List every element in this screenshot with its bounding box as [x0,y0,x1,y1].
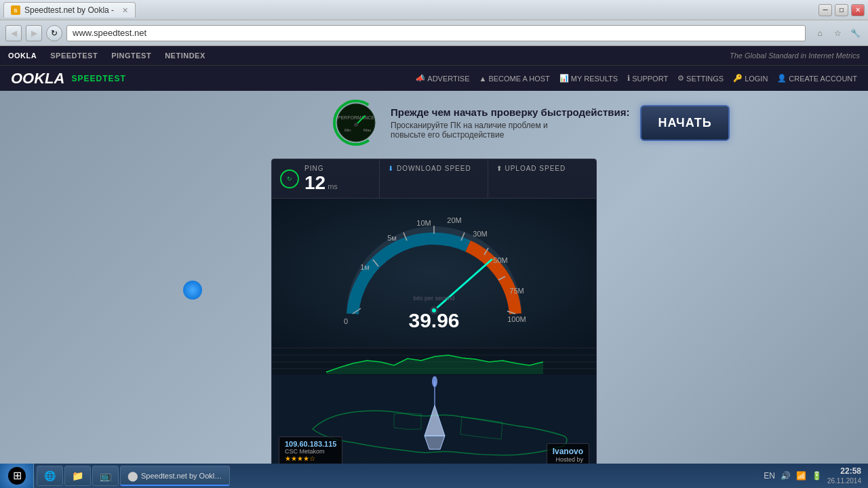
svg-text:bits per second: bits per second [413,295,454,302]
url-input[interactable]: www.speedtest.net [66,25,806,41]
address-bar: ◀ ▶ ↻ www.speedtest.net ⌂ ☆ 🔧 [0,20,868,46]
my-results-link[interactable]: 📊 MY RESULTS [559,74,618,83]
support-link[interactable]: ℹ SUPPORT [627,74,668,83]
nav-ookla[interactable]: OOKLA [8,52,37,60]
title-bar: S Speedtest.net by Ookla - ✕ ─ □ ✕ [0,0,868,20]
support-icon: ℹ [627,74,630,83]
nav-pingtest[interactable]: PINGTEST [111,52,151,60]
create-account-icon: 👤 [777,74,787,83]
become-host-link[interactable]: ▲ BECOME A HOST [479,75,549,83]
windows-start-button[interactable]: ⊞ [0,464,34,488]
explorer-icon: 📁 [72,470,83,481]
settings-icon: ⚙ [677,74,684,83]
ping-value: 12 [304,174,326,192]
ie-app[interactable]: 🌐 [37,466,63,486]
tray-time-value: 22:58 [827,466,861,477]
advertise-link[interactable]: 📣 ADVERTISE [416,74,469,83]
maximize-button[interactable]: □ [835,4,848,16]
svg-text:50M: 50M [493,256,507,264]
close-button[interactable]: ✕ [851,4,865,16]
tools-icon[interactable]: 🔧 [848,26,863,41]
svg-text:0: 0 [344,317,348,325]
header-links: 📣 ADVERTISE ▲ BECOME A HOST 📊 MY RESULTS… [416,74,857,83]
taskbar-apps: 🌐 📁 📺 ⬤ Speedtest.net by Ookla - [34,466,757,486]
logo-speedtest: SPEEDTEST [71,74,125,83]
login-icon: 🔑 [733,74,743,83]
battery-icon: 🔋 [812,471,822,481]
back-button[interactable]: ◀ [5,25,22,41]
promo-title: Прежде чем начать проверку быстродействи… [391,106,629,118]
nav-netindex[interactable]: NETINDEX [165,52,205,60]
star-icon[interactable]: ☆ [830,26,845,41]
speedometer-svg: 0 1м 5м 10M 20M 30M 50M 75M 100M bits pe… [332,205,536,341]
network-icon: 📶 [796,471,806,481]
chrome-title: Speedtest.net by Ookla - [141,472,222,480]
site-tagline: The Global Standard in Internet Metrics [730,52,860,60]
taskbar-tray: EN 🔊 📶 🔋 22:58 26.11.2014 [757,466,868,486]
gauge-area: 0 1м 5м 10M 20M 30M 50M 75M 100M bits pe… [272,199,596,348]
nav-speedtest[interactable]: SPEEDTEST [50,52,98,60]
graph-svg [272,348,596,375]
ie-icon: 🌐 [44,470,56,481]
svg-text:PERFORMANCE: PERFORMANCE [338,115,375,120]
volume-icon: 🔊 [781,471,791,481]
lang-indicator: EN [764,471,775,481]
svg-text:10M: 10M [416,219,431,227]
isp-name: CSC Metakom [285,448,336,455]
main-header: OOKLA SPEEDTEST 📣 ADVERTISE ▲ BECOME A H… [0,65,868,91]
widget-header: ↻ PING 12 ms ⬇ DOWNLOAD SPEED [272,159,596,199]
upload-label: ⬆ UPLOAD SPEED [496,165,588,172]
svg-point-37 [432,376,437,387]
cursor-indicator [183,281,202,300]
logo-ookla: OOKLA [11,70,64,87]
promo-banner: PERFORMANCE Min Max Прежде чем начать пр… [332,99,730,146]
taskbar: ⊞ 🌐 📁 📺 ⬤ Speedtest.net by Ookla - EN 🔊 … [0,464,868,488]
settings-label: SETTINGS [686,75,724,83]
my-results-label: MY RESULTS [571,75,618,83]
promo-sub1: Просканируйте ПК на наличие проблем и [391,121,629,130]
advertise-icon: 📣 [416,74,425,83]
chrome-icon: ⬤ [127,470,138,481]
refresh-button[interactable]: ↻ [46,25,62,41]
start-button[interactable]: НАЧАТЬ [640,105,729,141]
logo-area: OOKLA SPEEDTEST [11,70,126,87]
settings-link[interactable]: ⚙ SETTINGS [677,74,724,83]
site-navigation: OOKLA SPEEDTEST PINGTEST NETINDEX The Gl… [0,46,868,65]
svg-text:Max: Max [363,128,371,132]
minimize-button[interactable]: ─ [818,4,832,16]
download-column: ⬇ DOWNLOAD SPEED [380,159,488,198]
browser-tab[interactable]: S Speedtest.net by Ookla - ✕ [3,2,136,18]
ping-column: ↻ PING 12 ms [272,159,380,198]
rating-stars: ★★★★☆ [285,455,336,462]
svg-text:39.96: 39.96 [408,309,459,331]
map-area: 109.60.183.115 CSC Metakom ★★★★☆ Rate Yo… [272,375,596,466]
ip-address: 109.60.183.115 [285,440,336,448]
create-account-link[interactable]: 👤 CREATE ACCOUNT [777,74,857,83]
graph-area [272,348,596,375]
forward-button[interactable]: ▶ [26,25,42,41]
svg-text:⊞: ⊞ [12,470,21,481]
become-host-label: BECOME A HOST [488,75,549,83]
nav-links: OOKLA SPEEDTEST PINGTEST NETINDEX [8,52,205,60]
download-icon: ⬇ [388,165,394,172]
media-icon: 📺 [100,470,111,481]
windows-logo-icon: ⊞ [7,466,26,485]
become-host-icon: ▲ [479,75,486,83]
promo-gauge-icon: PERFORMANCE Min Max [332,99,380,146]
login-label: LOGIN [745,75,768,83]
media-app[interactable]: 📺 [92,466,119,486]
svg-text:100M: 100M [507,315,526,323]
login-link[interactable]: 🔑 LOGIN [733,74,768,83]
tab-favicon: S [11,5,20,15]
dest-location-tag: Ivanovo Hosted by MTS [547,443,589,466]
chrome-app[interactable]: ⬤ Speedtest.net by Ookla - [120,466,230,486]
download-label: ⬇ DOWNLOAD SPEED [388,165,479,172]
tab-title: Speedtest.net by Ookla - [24,5,114,15]
svg-text:20M: 20M [447,216,461,224]
explorer-app[interactable]: 📁 [64,466,91,486]
tab-close[interactable]: ✕ [122,6,128,15]
address-icons: ⌂ ☆ 🔧 [812,26,863,41]
create-account-label: CREATE ACCOUNT [789,75,857,83]
home-icon[interactable]: ⌂ [812,26,827,41]
promo-text: Прежде чем начать проверку быстродействи… [391,106,629,140]
